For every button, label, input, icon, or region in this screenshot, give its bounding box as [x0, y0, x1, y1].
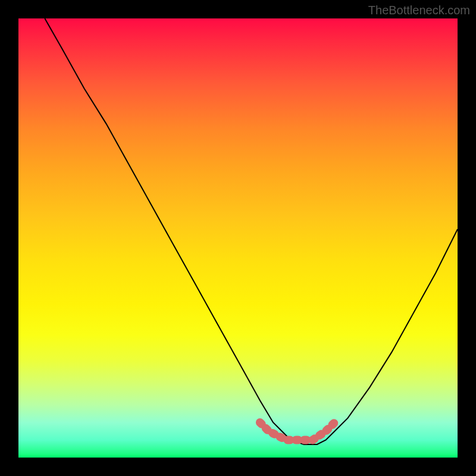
curve-path [45, 18, 458, 444]
chart-plot-area [18, 18, 458, 458]
chart-svg [18, 18, 458, 458]
bottom-marker-path [260, 422, 335, 440]
watermark-text: TheBottleneck.com [368, 4, 470, 17]
